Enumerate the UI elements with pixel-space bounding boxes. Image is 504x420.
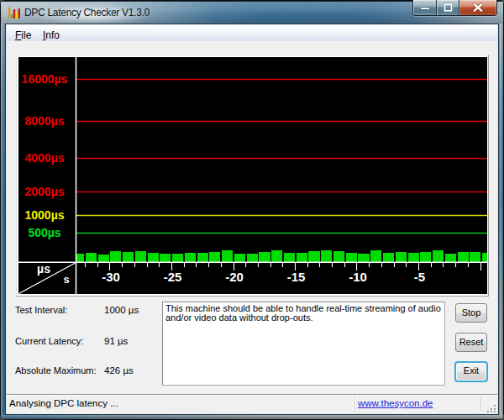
svg-text:8000µs: 8000µs bbox=[25, 114, 65, 128]
svg-text:s: s bbox=[63, 273, 69, 286]
svg-text:-25: -25 bbox=[164, 270, 182, 284]
svg-text:-5: -5 bbox=[414, 270, 425, 284]
svg-text:2000µs: 2000µs bbox=[25, 185, 65, 198]
svg-text:1000µs: 1000µs bbox=[25, 208, 65, 222]
svg-text:-20: -20 bbox=[225, 270, 244, 284]
svg-text:-30: -30 bbox=[102, 270, 120, 284]
svg-text:-15: -15 bbox=[287, 270, 306, 284]
svg-text:µs: µs bbox=[37, 262, 50, 276]
svg-text:16000µs: 16000µs bbox=[22, 72, 68, 86]
svg-text:-10: -10 bbox=[349, 270, 367, 284]
svg-text:4000µs: 4000µs bbox=[25, 151, 65, 165]
svg-text:500µs: 500µs bbox=[28, 226, 60, 239]
